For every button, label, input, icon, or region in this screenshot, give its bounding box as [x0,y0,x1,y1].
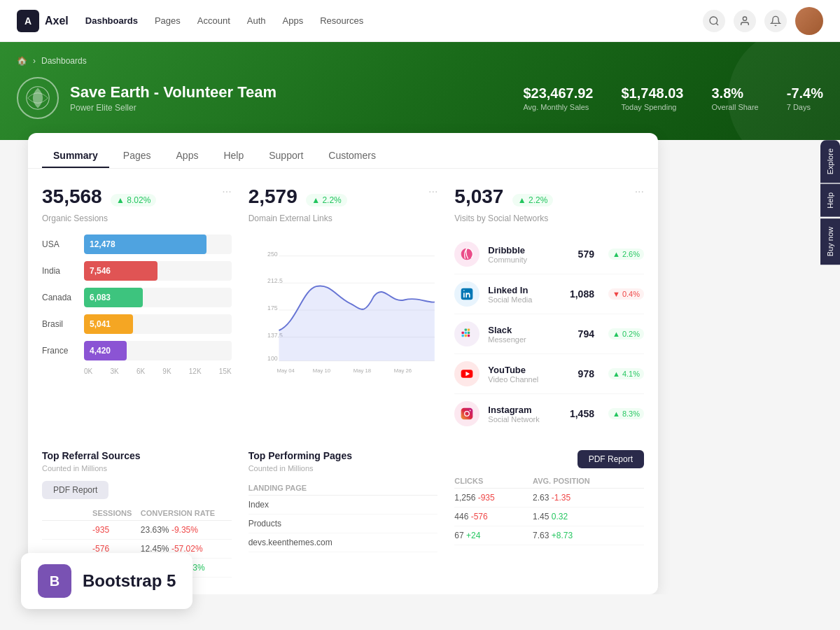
referral-pdf-button[interactable]: PDF Report [42,481,108,499]
pages-table: LANDING PAGE Index Products devs.keenthe… [248,481,438,552]
organic-sessions-value: 35,568 [42,186,102,207]
svg-text:175: 175 [267,304,278,312]
social-visits-value: 5,037 [454,186,503,207]
tab-help[interactable]: Help [212,144,255,168]
navbar: A Axel Dashboards Pages Account Auth App… [0,0,840,42]
hero-content: Save Earth - Volunteer Team Power Elite … [17,77,823,119]
bar-chart: USA 12,478 India 7,546 Canada [42,234,232,375]
svg-point-31 [470,410,471,412]
help-button[interactable]: Help [820,184,840,217]
hero-stat-overall-share: 3.8% Overall Share [711,85,758,111]
youtube-icon [454,361,479,386]
metric-dots-1[interactable]: ··· [222,186,231,198]
user-avatar[interactable] [795,7,823,35]
svg-text:May 04: May 04 [276,368,295,374]
bar-row-brasil: Brasil 5,041 [42,314,232,334]
metric-dots-3[interactable]: ··· [635,186,644,198]
table-row: 446 -576 1.45 0.32 [454,507,644,526]
metric-value-2: 2,579 ▲ 2.2% [248,186,347,208]
hero-info: Save Earth - Volunteer Team Power Elite … [70,83,512,113]
svg-point-0 [710,17,718,24]
metric-header-2: 2,579 ▲ 2.2% ··· [248,186,438,208]
dribbble-icon [454,241,479,267]
social-list: Dribbble Community 579 ▲ 2.6% Linked In … [454,234,644,433]
metric-dots-2[interactable]: ··· [428,186,438,198]
nav-apps[interactable]: Apps [283,15,304,26]
logo-text: Axel [45,15,69,27]
domain-links-badge: ▲ 2.2% [306,194,347,206]
clicks-positions: PDF Report CLICKS AVG. POSITION 1,256 -9… [454,450,644,578]
nav-account[interactable]: Account [197,15,230,26]
positions-pdf-button[interactable]: PDF Report [578,450,644,468]
metric-value-1: 35,568 ▲ 8.02% [42,186,156,208]
nav-links: Dashboards Pages Account Auth Apps Resou… [85,15,703,26]
positions-table: CLICKS AVG. POSITION 1,256 -935 2.63 -1.… [454,474,644,545]
svg-rect-26 [468,335,470,337]
bar-brasil: 5,041 [84,314,133,334]
tab-customers[interactable]: Customers [317,144,387,168]
organic-sessions-label: Organic Sessions [42,214,232,223]
metric-value-3: 5,037 ▲ 2.2% [454,186,553,208]
bootstrap-text: Bootstrap 5 [83,571,176,591]
nav-dashboards[interactable]: Dashboards [85,15,138,26]
social-item-slack: Slack Messenger 794 ▲ 0.2% [454,314,644,354]
nav-resources[interactable]: Resources [320,15,363,26]
slack-icon [454,321,479,346]
line-chart: 250 212.5 175 137.5 100 [248,234,438,388]
svg-point-1 [743,17,746,20]
team-logo [17,77,59,119]
tab-support[interactable]: Support [258,144,314,168]
breadcrumb-separator: › [33,56,36,66]
logo-icon: A [17,10,39,32]
bar-row-usa: USA 12,478 [42,234,232,254]
svg-text:212.5: 212.5 [267,277,283,284]
social-visits-label: Visits by Social Networks [454,214,644,223]
social-item-instagram: Instagram Social Network 1,458 ▲ 8.3% [454,394,644,433]
user-icon[interactable] [734,10,756,32]
table-row: Index [248,496,438,514]
social-visits-badge: ▲ 2.2% [512,194,554,206]
tab-pages[interactable]: Pages [112,144,162,168]
metric-organic-sessions: 35,568 ▲ 8.02% ··· Organic Sessions USA … [42,186,232,433]
explore-button[interactable]: Explore [820,140,840,183]
metric-header-3: 5,037 ▲ 2.2% ··· [454,186,644,208]
hero-stat-today-spending: $1,748.03 Today Spending [622,85,684,111]
svg-rect-24 [468,332,470,334]
instagram-icon [454,401,479,426]
domain-links-label: Domain External Links [248,214,438,223]
social-item-linkedin: Linked In Social Media 1,088 ▼ 0.4% [454,274,644,314]
bar-axis: 0K 3K 6K 9K 12K 15K [42,368,232,375]
hero-stats: $23,467.92 Avg. Monthly Sales $1,748.03 … [523,85,823,111]
hero-title: Save Earth - Volunteer Team [70,83,512,102]
hero-stat-7days: -7.4% 7 Days [787,85,823,111]
chart-svg: 250 212.5 175 137.5 100 [248,240,438,380]
nav-auth[interactable]: Auth [247,15,266,26]
bar-row-france: France 4,420 [42,341,232,360]
bar-france: 4,420 [84,341,127,360]
referral-subtitle: Counted in Millions [42,464,232,472]
main-content: 35,568 ▲ 8.02% ··· Organic Sessions USA … [28,169,658,594]
svg-rect-20 [462,335,464,337]
svg-rect-29 [461,408,473,420]
buy-now-button[interactable]: Buy now [820,218,840,265]
tab-apps[interactable]: Apps [165,144,210,168]
pages-title: Top Performing Pages [248,450,438,461]
bar-row-canada: Canada 6,083 [42,288,232,307]
metrics-row: 35,568 ▲ 8.02% ··· Organic Sessions USA … [42,186,644,433]
watermark: B Bootstrap 5 [21,553,192,594]
hero-section: 🏠 › Dashboards Save Earth - Volunteer Te… [0,42,840,140]
right-panel: Explore Help Buy now [820,140,840,265]
home-icon: 🏠 [17,56,27,66]
svg-rect-22 [468,329,470,331]
hero-stat-monthly-sales: $23,467.92 Avg. Monthly Sales [523,85,593,111]
tab-summary[interactable]: Summary [42,144,109,168]
svg-rect-19 [462,332,464,334]
table-row: devs.keenthemes.com [248,533,438,552]
breadcrumb: 🏠 › Dashboards [17,56,823,66]
search-icon[interactable] [703,10,725,32]
nav-logo[interactable]: A Axel [17,10,69,32]
svg-rect-21 [465,329,467,331]
performing-pages: Top Performing Pages Counted in Millions… [248,450,438,578]
nav-pages[interactable]: Pages [155,15,181,26]
notification-icon[interactable] [764,10,787,32]
